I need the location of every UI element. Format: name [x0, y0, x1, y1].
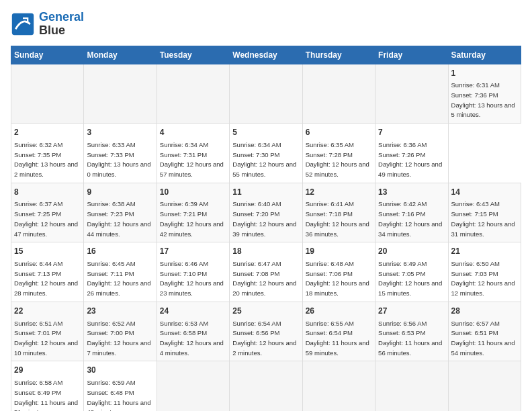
day-number: 12 [306, 187, 372, 198]
day-number: 20 [378, 246, 445, 257]
day-number: 11 [232, 187, 299, 198]
calendar-cell: 20Sunrise: 6:49 AMSunset: 7:05 PMDayligh… [375, 242, 448, 302]
calendar-cell: 30Sunrise: 6:59 AMSunset: 6:48 PMDayligh… [84, 361, 157, 411]
week-row: 15Sunrise: 6:44 AMSunset: 7:13 PMDayligh… [11, 242, 521, 302]
column-header-monday: Monday [84, 46, 157, 64]
week-row: 8Sunrise: 6:37 AMSunset: 7:25 PMDaylight… [11, 183, 521, 242]
day-number: 14 [451, 187, 518, 198]
calendar-cell: 8Sunrise: 6:37 AMSunset: 7:25 PMDaylight… [11, 183, 84, 242]
day-number: 23 [87, 306, 153, 317]
day-number: 13 [378, 187, 445, 198]
day-info: Sunrise: 6:58 AMSunset: 6:49 PMDaylight:… [14, 379, 78, 411]
day-info: Sunrise: 6:42 AMSunset: 7:16 PMDaylight:… [378, 200, 442, 237]
day-number: 8 [14, 187, 81, 198]
day-number: 6 [306, 127, 372, 138]
day-number: 29 [14, 365, 81, 376]
day-info: Sunrise: 6:45 AMSunset: 7:11 PMDaylight:… [87, 260, 150, 297]
day-info: Sunrise: 6:56 AMSunset: 6:53 PMDaylight:… [378, 320, 442, 357]
svg-rect-0 [12, 13, 34, 35]
calendar-cell [375, 64, 448, 124]
day-number: 17 [160, 246, 226, 257]
day-info: Sunrise: 6:33 AMSunset: 7:33 PMDaylight:… [87, 141, 150, 178]
column-header-tuesday: Tuesday [157, 46, 229, 64]
day-info: Sunrise: 6:48 AMSunset: 7:06 PMDaylight:… [306, 260, 369, 297]
calendar-cell [11, 64, 84, 124]
day-info: Sunrise: 6:32 AMSunset: 7:35 PMDaylight:… [14, 141, 78, 178]
calendar-table: SundayMondayTuesdayWednesdayThursdayFrid… [11, 46, 521, 411]
logo: GeneralBlue [11, 11, 84, 38]
day-number: 7 [378, 127, 445, 138]
day-info: Sunrise: 6:36 AMSunset: 7:26 PMDaylight:… [378, 141, 442, 178]
day-info: Sunrise: 6:51 AMSunset: 7:01 PMDaylight:… [14, 320, 78, 357]
column-header-friday: Friday [375, 46, 448, 64]
day-info: Sunrise: 6:40 AMSunset: 7:20 PMDaylight:… [232, 200, 296, 237]
calendar-cell: 25Sunrise: 6:54 AMSunset: 6:56 PMDayligh… [230, 302, 302, 361]
header-row: SundayMondayTuesdayWednesdayThursdayFrid… [11, 46, 521, 64]
day-info: Sunrise: 6:44 AMSunset: 7:13 PMDaylight:… [14, 260, 78, 297]
calendar-cell [375, 361, 448, 411]
day-number: 24 [160, 306, 226, 317]
calendar-cell: 1Sunrise: 6:31 AMSunset: 7:36 PMDaylight… [448, 64, 521, 124]
calendar-cell: 13Sunrise: 6:42 AMSunset: 7:16 PMDayligh… [375, 183, 448, 242]
day-number: 27 [378, 306, 445, 317]
day-number: 21 [451, 246, 518, 257]
day-info: Sunrise: 6:31 AMSunset: 7:36 PMDaylight:… [451, 81, 515, 118]
day-info: Sunrise: 6:41 AMSunset: 7:18 PMDaylight:… [306, 200, 369, 237]
calendar-cell: 9Sunrise: 6:38 AMSunset: 7:23 PMDaylight… [84, 183, 157, 242]
day-info: Sunrise: 6:46 AMSunset: 7:10 PMDaylight:… [160, 260, 224, 297]
day-number: 22 [14, 306, 81, 317]
calendar-cell: 28Sunrise: 6:57 AMSunset: 6:51 PMDayligh… [448, 302, 521, 361]
calendar-cell: 4Sunrise: 6:34 AMSunset: 7:31 PMDaylight… [157, 124, 229, 183]
day-info: Sunrise: 6:47 AMSunset: 7:08 PMDaylight:… [232, 260, 296, 297]
calendar-cell: 6Sunrise: 6:35 AMSunset: 7:28 PMDaylight… [302, 124, 375, 183]
calendar-cell [448, 361, 521, 411]
calendar-cell: 5Sunrise: 6:34 AMSunset: 7:30 PMDaylight… [230, 124, 302, 183]
calendar-cell: 2Sunrise: 6:32 AMSunset: 7:35 PMDaylight… [11, 124, 84, 183]
calendar-cell: 14Sunrise: 6:43 AMSunset: 7:15 PMDayligh… [448, 183, 521, 242]
day-info: Sunrise: 6:57 AMSunset: 6:51 PMDaylight:… [451, 320, 515, 357]
calendar-cell [157, 64, 229, 124]
day-number: 19 [306, 246, 372, 257]
column-header-wednesday: Wednesday [230, 46, 302, 64]
day-number: 3 [87, 127, 153, 138]
day-number: 9 [87, 187, 153, 198]
calendar-cell: 24Sunrise: 6:53 AMSunset: 6:58 PMDayligh… [157, 302, 229, 361]
calendar-cell: 27Sunrise: 6:56 AMSunset: 6:53 PMDayligh… [375, 302, 448, 361]
week-row: 22Sunrise: 6:51 AMSunset: 7:01 PMDayligh… [11, 302, 521, 361]
day-number: 2 [14, 127, 81, 138]
calendar-cell: 22Sunrise: 6:51 AMSunset: 7:01 PMDayligh… [11, 302, 84, 361]
day-info: Sunrise: 6:54 AMSunset: 6:56 PMDaylight:… [232, 320, 296, 357]
logo-icon [11, 12, 35, 36]
day-info: Sunrise: 6:50 AMSunset: 7:03 PMDaylight:… [451, 260, 515, 297]
day-info: Sunrise: 6:34 AMSunset: 7:30 PMDaylight:… [232, 141, 296, 178]
day-info: Sunrise: 6:53 AMSunset: 6:58 PMDaylight:… [160, 320, 224, 357]
calendar-cell [302, 361, 375, 411]
week-row: 29Sunrise: 6:58 AMSunset: 6:49 PMDayligh… [11, 361, 521, 411]
day-info: Sunrise: 6:37 AMSunset: 7:25 PMDaylight:… [14, 200, 78, 237]
column-header-saturday: Saturday [448, 46, 521, 64]
calendar-cell: 15Sunrise: 6:44 AMSunset: 7:13 PMDayligh… [11, 242, 84, 302]
day-number: 16 [87, 246, 153, 257]
day-number: 4 [160, 127, 226, 138]
day-info: Sunrise: 6:39 AMSunset: 7:21 PMDaylight:… [160, 200, 224, 237]
calendar-cell: 12Sunrise: 6:41 AMSunset: 7:18 PMDayligh… [302, 183, 375, 242]
calendar-cell: 17Sunrise: 6:46 AMSunset: 7:10 PMDayligh… [157, 242, 229, 302]
week-row: 2Sunrise: 6:32 AMSunset: 7:35 PMDaylight… [11, 124, 521, 183]
calendar-cell: 19Sunrise: 6:48 AMSunset: 7:06 PMDayligh… [302, 242, 375, 302]
column-header-sunday: Sunday [11, 46, 84, 64]
calendar-cell: 11Sunrise: 6:40 AMSunset: 7:20 PMDayligh… [230, 183, 302, 242]
column-header-thursday: Thursday [302, 46, 375, 64]
day-info: Sunrise: 6:35 AMSunset: 7:28 PMDaylight:… [306, 141, 369, 178]
calendar-cell: 16Sunrise: 6:45 AMSunset: 7:11 PMDayligh… [84, 242, 157, 302]
day-number: 26 [306, 306, 372, 317]
calendar-cell [230, 361, 302, 411]
day-info: Sunrise: 6:43 AMSunset: 7:15 PMDaylight:… [451, 200, 515, 237]
calendar-cell: 7Sunrise: 6:36 AMSunset: 7:26 PMDaylight… [375, 124, 448, 183]
day-info: Sunrise: 6:34 AMSunset: 7:31 PMDaylight:… [160, 141, 224, 178]
logo-text: GeneralBlue [39, 11, 84, 38]
week-row: 1Sunrise: 6:31 AMSunset: 7:36 PMDaylight… [11, 64, 521, 124]
day-number: 10 [160, 187, 226, 198]
day-number: 18 [232, 246, 299, 257]
calendar-cell: 3Sunrise: 6:33 AMSunset: 7:33 PMDaylight… [84, 124, 157, 183]
day-info: Sunrise: 6:38 AMSunset: 7:23 PMDaylight:… [87, 200, 150, 237]
